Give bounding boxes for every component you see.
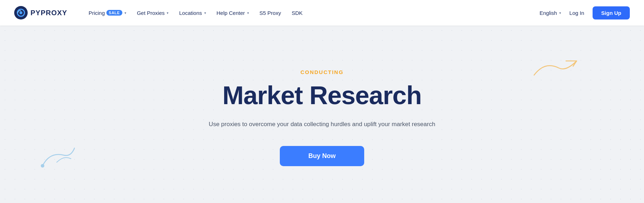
- sale-badge: SALE: [106, 10, 122, 16]
- nav-item-help-center[interactable]: Help Center ▾: [212, 8, 253, 18]
- chevron-down-icon: ▾: [559, 11, 561, 15]
- nav-label-locations: Locations: [179, 10, 202, 16]
- language-label: English: [539, 10, 557, 16]
- language-selector[interactable]: English ▾: [539, 10, 561, 16]
- nav-item-s5-proxy[interactable]: S5 Proxy: [255, 8, 285, 18]
- logo-icon: [14, 6, 28, 19]
- buy-now-button[interactable]: Buy Now: [280, 146, 364, 166]
- nav-item-sdk[interactable]: SDK: [287, 8, 307, 18]
- chevron-down-icon: ▾: [124, 11, 126, 15]
- chevron-down-icon: ▾: [204, 11, 206, 15]
- svg-point-2: [20, 11, 22, 14]
- nav-label-get-proxies: Get Proxies: [137, 10, 165, 16]
- signup-button[interactable]: Sign Up: [593, 6, 630, 19]
- navbar: PYPROXY Pricing SALE ▾ Get Proxies ▾ Loc…: [0, 0, 644, 26]
- hero-content: CONDUCTING Market Research Use proxies t…: [202, 48, 443, 180]
- nav-right: English ▾ Log In Sign Up: [539, 6, 630, 19]
- chevron-down-icon: ▾: [167, 11, 168, 15]
- deco-right: [531, 54, 580, 87]
- hero-subtitle: Use proxies to overcome your data collec…: [209, 119, 435, 129]
- hero-title: Market Research: [209, 81, 435, 109]
- logo-text: PYPROXY: [30, 9, 67, 17]
- hero-section: CONDUCTING Market Research Use proxies t…: [0, 26, 644, 203]
- nav-label-help-center: Help Center: [217, 10, 245, 16]
- nav-items: Pricing SALE ▾ Get Proxies ▾ Locations ▾…: [84, 8, 540, 18]
- nav-item-get-proxies[interactable]: Get Proxies ▾: [133, 8, 173, 18]
- svg-point-3: [41, 164, 44, 168]
- conducting-label: CONDUCTING: [209, 69, 435, 75]
- nav-label-pricing: Pricing: [89, 10, 105, 16]
- chevron-down-icon: ▾: [247, 11, 249, 15]
- nav-label-sdk: SDK: [292, 10, 302, 16]
- nav-label-s5-proxy: S5 Proxy: [260, 10, 281, 16]
- nav-item-locations[interactable]: Locations ▾: [175, 8, 210, 18]
- login-button[interactable]: Log In: [565, 8, 589, 18]
- nav-item-pricing[interactable]: Pricing SALE ▾: [84, 8, 131, 18]
- deco-left: [35, 137, 78, 174]
- logo-link[interactable]: PYPROXY: [14, 6, 67, 19]
